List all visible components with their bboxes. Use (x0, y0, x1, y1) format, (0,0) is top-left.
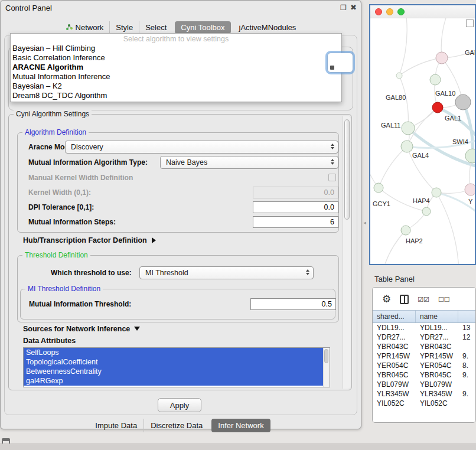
column-header-name[interactable]: name (416, 311, 458, 322)
hub-definition-toggle[interactable]: Hub/Transcription Factor Definition (23, 236, 156, 244)
algorithm-combobox[interactable] (327, 53, 353, 73)
table-row[interactable]: YBL079WYBL079W (373, 380, 475, 389)
table-cell: 8. (458, 361, 475, 370)
attribute-list-item[interactable]: gal4RGexp (24, 376, 323, 386)
table-cell: 9. (458, 370, 475, 380)
table-toolbar: ⚙ ☑☑ ☐☐ (373, 288, 475, 310)
algorithm-option[interactable]: Bayesian – K2 (11, 81, 341, 91)
apply-button[interactable]: Apply (158, 398, 201, 412)
table-cell: YBR045C (373, 370, 416, 380)
table-row[interactable]: YDR27...YDR27...12 (373, 332, 475, 342)
mi-type-combobox[interactable]: Naive Bayes (160, 156, 338, 169)
close-window-icon[interactable]: ✖ (350, 3, 357, 12)
float-window-icon[interactable]: ❐ (340, 4, 347, 12)
tab-cyni-toolbox[interactable]: Cyni Toolbox (175, 21, 230, 34)
algorithm-option[interactable]: Dream8 DC_TDC Algorithm (11, 91, 341, 100)
network-node-label: GAL4 (412, 152, 429, 159)
network-window-titlebar[interactable] (370, 5, 475, 18)
tab-select[interactable]: Select (139, 21, 172, 34)
network-node[interactable] (465, 149, 475, 163)
table-cell (458, 399, 475, 408)
network-node[interactable] (430, 74, 441, 85)
tab-jactivemnodules[interactable]: jActiveMNodules (233, 21, 302, 34)
table-row[interactable]: YPR145WYPR145W9. (373, 351, 475, 361)
algorithm-option[interactable]: Bayesian – Hill Climbing (11, 44, 341, 53)
sources-label: Sources for Network Inference (23, 325, 130, 333)
table-cell: YIL052C (416, 399, 458, 408)
network-node-label: GAL11 (381, 122, 400, 129)
minimize-traffic-icon[interactable] (386, 8, 393, 15)
table-cell (458, 380, 475, 389)
kernel-width-input[interactable] (253, 187, 338, 198)
deselect-all-checkboxes-icon[interactable]: ☐☐ (438, 296, 450, 304)
hub-definition-label: Hub/Transcription Factor Definition (23, 236, 147, 244)
algorithm-option[interactable]: ARACNE Algorithm (11, 63, 341, 72)
network-overview-toggle[interactable] (466, 19, 474, 27)
network-canvas[interactable]: GALGAL80GAL10GAL11GAL1SWI4GAL4GCY1HAP4YH… (370, 18, 475, 265)
dpi-tolerance-input[interactable] (253, 201, 338, 213)
settings-scrollbar[interactable] (343, 116, 351, 389)
network-node[interactable] (436, 52, 448, 64)
network-node[interactable] (432, 102, 443, 113)
network-node[interactable] (455, 94, 471, 110)
table-cell: 13 (458, 323, 475, 332)
table-row[interactable]: YER054CYER054C8. (373, 361, 475, 370)
columns-icon[interactable] (400, 295, 409, 304)
column-header-cut[interactable] (458, 311, 475, 322)
tab-style[interactable]: Style (109, 21, 139, 34)
data-attributes-title: Data Attributes (23, 337, 76, 345)
manual-kernel-checkbox[interactable] (328, 174, 336, 181)
table-row[interactable]: YLR345WYLR345W9. (373, 389, 475, 399)
network-node[interactable] (402, 122, 415, 135)
network-node[interactable] (432, 188, 441, 197)
close-traffic-icon[interactable] (375, 8, 382, 15)
column-header-shared-name[interactable]: shared... (373, 311, 416, 322)
which-threshold-combobox[interactable]: MI Threshold (139, 266, 314, 279)
table-row[interactable]: YDL19...YDL19...13 (373, 323, 475, 332)
network-node[interactable] (401, 141, 413, 152)
data-attributes-list[interactable]: SelfLoopsTopologicalCoefficientBetweenne… (23, 347, 330, 387)
network-node[interactable] (374, 183, 383, 193)
table-cell: YER054C (416, 361, 458, 370)
table-row[interactable]: YBR045CYBR045C9. (373, 370, 475, 380)
network-edge (379, 146, 407, 188)
tab-discretize-data[interactable]: Discretize Data (144, 419, 209, 432)
table-row[interactable]: YBR043CYBR043C (373, 342, 475, 351)
network-node-label: SWI4 (452, 138, 468, 145)
attributes-scrollbar[interactable] (323, 348, 330, 387)
mi-threshold-input[interactable] (250, 298, 336, 310)
attributes-scrollbar-thumb[interactable] (324, 349, 328, 363)
select-all-checkboxes-icon[interactable]: ☑☑ (418, 296, 429, 304)
combobox-arrow-icon (330, 66, 334, 70)
aracne-mode-combobox[interactable]: Discovery (65, 141, 338, 154)
network-node[interactable] (422, 207, 431, 216)
network-node[interactable] (401, 226, 410, 235)
tab-impute-data[interactable]: Impute Data (89, 419, 144, 432)
network-node[interactable] (396, 73, 402, 79)
tab-label: jActiveMNodules (239, 23, 296, 32)
table-cell: YDR27... (373, 332, 416, 342)
tab-network[interactable]: Network (60, 21, 110, 34)
panel-collapse-handle[interactable]: ◂ (361, 215, 368, 230)
network-edge (399, 18, 407, 76)
gear-icon[interactable]: ⚙ (382, 295, 391, 304)
tab-infer-network[interactable]: Infer Network (211, 419, 270, 432)
table-body: YDL19...YDL19...13YDR27...YDR27...12YBR0… (373, 323, 475, 408)
mi-steps-input[interactable] (253, 216, 338, 228)
table-cell: YIL052C (373, 399, 416, 408)
zoom-traffic-icon[interactable] (397, 8, 405, 15)
table-cell: 9. (458, 389, 475, 399)
attribute-list-item[interactable]: SelfLoops (24, 348, 323, 357)
algorithm-option[interactable]: Basic Correlation Inference (11, 53, 341, 63)
algorithm-dropdown-list: Bayesian – Hill ClimbingBasic Correlatio… (11, 44, 341, 100)
attribute-list-item[interactable]: BetweennessCentrality (24, 367, 323, 376)
network-edge (383, 230, 406, 265)
attribute-list-item[interactable]: TopologicalCoefficient (24, 357, 323, 367)
algorithm-definition-title: Algorithm Definition (22, 128, 89, 136)
sources-toggle[interactable]: Sources for Network Inference (23, 325, 140, 333)
mi-type-label: Mutual Information Algorithm Type: (28, 158, 148, 167)
network-node[interactable] (465, 184, 475, 195)
algorithm-option[interactable]: Mutual Information Inference (11, 72, 341, 81)
settings-scrollbar-thumb[interactable] (344, 119, 350, 220)
table-row[interactable]: YIL052CYIL052C (373, 399, 475, 408)
